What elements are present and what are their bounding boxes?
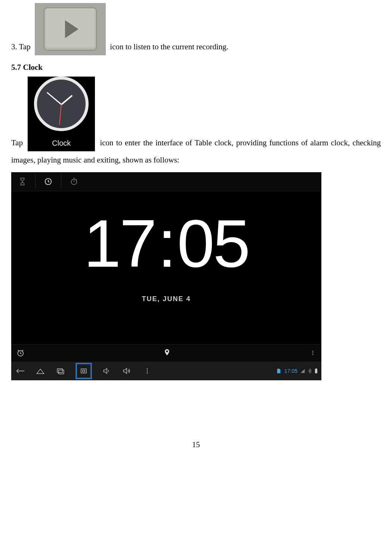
svg-point-12 (147, 372, 148, 374)
clock-icon-label: Clock (52, 135, 71, 151)
tab-clock[interactable] (41, 174, 61, 189)
nav-home-button[interactable] (35, 366, 46, 376)
section-5-7-title: 5.7 Clock (11, 63, 381, 72)
play-icon (65, 20, 78, 38)
system-navbar: 17:05 (11, 362, 321, 380)
sdcard-icon (276, 368, 281, 374)
svg-rect-8 (81, 369, 86, 373)
recent-apps-icon (56, 367, 65, 375)
location-pin-icon (163, 349, 171, 356)
volume-down-icon (102, 367, 111, 375)
svg-rect-14 (315, 368, 317, 369)
svg-point-10 (147, 368, 148, 369)
page-number: 15 (11, 440, 381, 449)
svg-rect-9 (83, 370, 85, 372)
step-3-suffix: icon to listen to the current recording. (110, 42, 228, 51)
status-area[interactable]: 17:05 (276, 368, 318, 374)
svg-point-11 (147, 371, 148, 372)
location-button[interactable] (25, 349, 309, 358)
clock-hours: 17 (84, 206, 155, 281)
volume-up-icon (122, 367, 132, 375)
clock-app-screenshot: 17:05 TUE, JUNE 4 (11, 172, 321, 380)
clock-bottom-actionbar (11, 344, 321, 362)
signal-icon (300, 369, 305, 373)
clock-face-icon (34, 77, 89, 131)
step-3-line: 3. Tap icon to listen to the current rec… (11, 3, 381, 55)
play-button-image (35, 3, 106, 55)
tab-timer[interactable] (15, 174, 36, 189)
svg-rect-6 (57, 369, 62, 372)
clock-icon (44, 177, 52, 186)
clock-intro-paragraph: Tap Clock icon to enter the interface of… (11, 77, 381, 168)
svg-rect-13 (315, 369, 317, 374)
hourglass-icon (18, 177, 27, 186)
home-icon (36, 367, 45, 375)
nav-back-button[interactable] (15, 366, 25, 376)
screenshot-icon (80, 368, 87, 374)
step-3-prefix: 3. Tap (11, 42, 31, 51)
overflow-menu-button[interactable] (309, 350, 316, 356)
clock-time-display: 17:05 (84, 210, 249, 277)
clock-main-area: 17:05 TUE, JUNE 4 (11, 191, 321, 344)
bluetooth-icon (308, 368, 312, 374)
svg-rect-4 (312, 353, 314, 353)
alarm-icon (16, 349, 25, 357)
clock-date-display: TUE, JUNE 4 (142, 295, 191, 303)
clock-hour-hand (61, 95, 73, 105)
clock-top-tabbar (11, 172, 321, 191)
nav-volume-up-button[interactable] (122, 366, 132, 376)
nav-recent-button[interactable] (55, 366, 66, 376)
stopwatch-icon (70, 177, 78, 186)
clock-minutes: 05 (177, 206, 249, 281)
nav-screenshot-button[interactable] (75, 363, 92, 379)
tab-stopwatch[interactable] (67, 174, 87, 189)
svg-rect-5 (312, 354, 314, 355)
back-icon (15, 367, 25, 375)
svg-rect-7 (59, 370, 64, 374)
svg-rect-3 (312, 351, 314, 352)
clock-minute-hand (47, 92, 62, 105)
clock-intro-prefix: Tap (11, 138, 23, 147)
clock-app-icon-image: Clock (28, 77, 95, 151)
clock-colon: : (158, 206, 175, 281)
play-button-inner (44, 7, 97, 51)
status-time: 17:05 (284, 368, 297, 374)
nav-menu-button[interactable] (142, 366, 152, 376)
menu-dots-icon (145, 368, 150, 374)
battery-icon (315, 368, 318, 374)
clock-second-hand (59, 104, 62, 125)
alarm-button[interactable] (16, 349, 25, 357)
svg-point-1 (71, 179, 77, 185)
nav-volume-down-button[interactable] (102, 366, 112, 376)
overflow-icon (309, 350, 316, 356)
